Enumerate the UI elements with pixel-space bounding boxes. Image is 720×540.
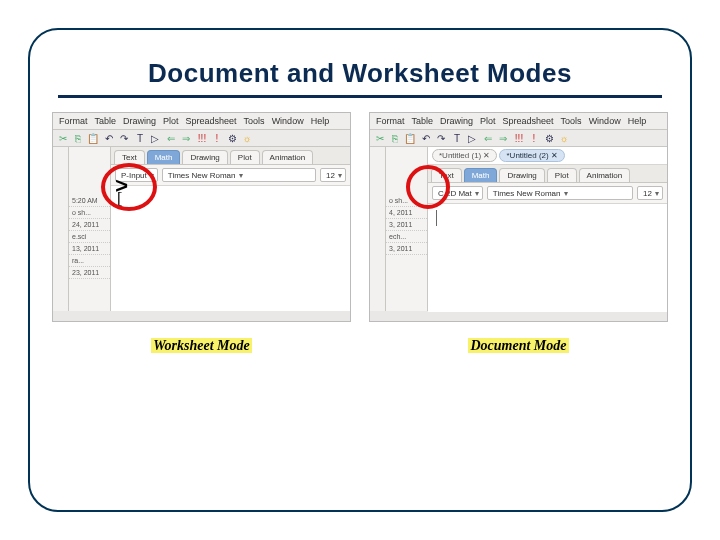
back-arrow-icon[interactable]: ⇐ [482,132,494,144]
copy-icon[interactable]: ⎘ [389,132,401,144]
redo-icon[interactable]: ↷ [435,132,447,144]
list-item[interactable]: 3, 2011 [386,219,427,231]
document-tab[interactable]: *Untitled (2) ✕ [499,149,564,162]
menu-item[interactable]: Format [376,116,405,126]
tab-animation[interactable]: Animation [262,150,314,164]
debug-icon[interactable]: ! [211,132,223,144]
chevron-down-icon: ▾ [239,171,243,180]
menu-bar: Format Table Drawing Plot Spreadsheet To… [370,113,667,130]
gear-icon[interactable]: ⚙ [543,132,555,144]
tab-drawing[interactable]: Drawing [499,168,544,182]
document-tab[interactable]: *Untitled (1) ✕ [432,149,497,162]
document-tab-bar: *Untitled (1) ✕ *Untitled (2) ✕ [428,147,667,165]
tab-animation[interactable]: Animation [579,168,631,182]
menu-item[interactable]: Drawing [440,116,473,126]
menu-item[interactable]: Spreadsheet [186,116,237,126]
gear-icon[interactable]: ⚙ [226,132,238,144]
app-window-worksheet: Format Table Drawing Plot Spreadsheet To… [52,112,351,322]
tab-drawing[interactable]: Drawing [182,150,227,164]
side-history-pane: 5:20 AM o sh... 24, 2011 e.sci 13, 2011 … [69,147,111,311]
mode-tab-bar: Text Math Drawing Plot Animation [428,165,667,183]
font-dropdown[interactable]: Times New Roman ▾ [487,186,633,200]
size-dropdown[interactable]: 12 ▾ [637,186,663,200]
menu-item[interactable]: Spreadsheet [503,116,554,126]
stop-icon[interactable]: !!! [196,132,208,144]
two-column-layout: Format Table Drawing Plot Spreadsheet To… [46,112,674,354]
size-dropdown[interactable]: 12 ▾ [320,168,346,182]
font-value: Times New Roman [168,171,236,180]
text-mode-icon[interactable]: T [134,132,146,144]
list-item[interactable]: 23, 2011 [69,267,110,279]
vertical-ruler [370,147,386,311]
undo-icon[interactable]: ↶ [103,132,115,144]
debug-icon[interactable]: ! [528,132,540,144]
redo-icon[interactable]: ↷ [118,132,130,144]
menu-item[interactable]: Window [272,116,304,126]
chevron-down-icon: ▾ [564,189,568,198]
text-mode-icon[interactable]: T [451,132,463,144]
menu-item[interactable]: Tools [561,116,582,126]
slide-frame: Document and Worksheet Modes Format Tabl… [28,28,692,512]
list-item[interactable]: e.sci [69,231,110,243]
tab-plot[interactable]: Plot [547,168,577,182]
size-value: 12 [643,189,652,198]
highlight-icon[interactable]: ☼ [241,132,253,144]
font-dropdown[interactable]: Times New Roman ▾ [162,168,316,182]
menu-item[interactable]: Window [589,116,621,126]
close-icon[interactable]: ✕ [483,151,490,160]
list-item[interactable]: ech... [386,231,427,243]
menu-item[interactable]: Drawing [123,116,156,126]
menu-item[interactable]: Plot [163,116,179,126]
cut-icon[interactable]: ✂ [57,132,69,144]
paste-icon[interactable]: 📋 [404,132,416,144]
document-tab-label: *Untitled (1) [439,151,481,160]
tab-math[interactable]: Math [147,150,181,164]
paste-icon[interactable]: 📋 [87,132,99,144]
main-editor-pane: *Untitled (1) ✕ *Untitled (2) ✕ Text Mat… [428,147,667,311]
chevron-down-icon: ▾ [655,189,659,198]
stop-icon[interactable]: !!! [513,132,525,144]
list-item[interactable]: 13, 2011 [69,243,110,255]
close-icon[interactable]: ✕ [551,151,558,160]
exec-icon[interactable]: ▷ [149,132,161,144]
worksheet-screenshot: Format Table Drawing Plot Spreadsheet To… [52,112,351,354]
menu-item[interactable]: Table [95,116,117,126]
menu-bar: Format Table Drawing Plot Spreadsheet To… [53,113,350,130]
menu-item[interactable]: Help [628,116,647,126]
font-value: Times New Roman [493,189,561,198]
forward-arrow-icon[interactable]: ⇒ [180,132,192,144]
highlight-icon[interactable]: ☼ [558,132,570,144]
vertical-ruler [53,147,69,311]
menu-item[interactable]: Tools [244,116,265,126]
chevron-down-icon: ▾ [338,171,342,180]
caption-label: Document Mode [468,338,568,353]
menu-item[interactable]: Help [311,116,330,126]
forward-arrow-icon[interactable]: ⇒ [497,132,509,144]
menu-item[interactable]: Table [412,116,434,126]
app-window-document: Format Table Drawing Plot Spreadsheet To… [369,112,668,322]
undo-icon[interactable]: ↶ [420,132,432,144]
list-item[interactable]: 4, 2011 [386,207,427,219]
worksheet-prompt: > [115,175,128,200]
menu-item[interactable]: Plot [480,116,496,126]
slide-title: Document and Worksheet Modes [46,50,674,93]
document-cursor: | [434,208,438,226]
document-canvas[interactable]: | [428,204,667,312]
copy-icon[interactable]: ⎘ [72,132,84,144]
list-item[interactable]: 3, 2011 [386,243,427,255]
tab-plot[interactable]: Plot [230,150,260,164]
tab-math[interactable]: Math [464,168,498,182]
back-arrow-icon[interactable]: ⇐ [165,132,177,144]
exec-icon[interactable]: ▷ [466,132,478,144]
document-tab-label: *Untitled (2) [506,151,548,160]
list-item[interactable]: o sh... [69,207,110,219]
tab-text[interactable]: Text [114,150,145,164]
highlight-circle [101,163,157,211]
list-item[interactable]: ra... [69,255,110,267]
cut-icon[interactable]: ✂ [374,132,386,144]
menu-item[interactable]: Format [59,116,88,126]
list-item[interactable]: 24, 2011 [69,219,110,231]
caption-label: Worksheet Mode [151,338,252,353]
toolbar: ✂ ⎘ 📋 ↶ ↷ T ▷ ⇐ ⇒ [53,130,350,147]
size-value: 12 [326,171,335,180]
